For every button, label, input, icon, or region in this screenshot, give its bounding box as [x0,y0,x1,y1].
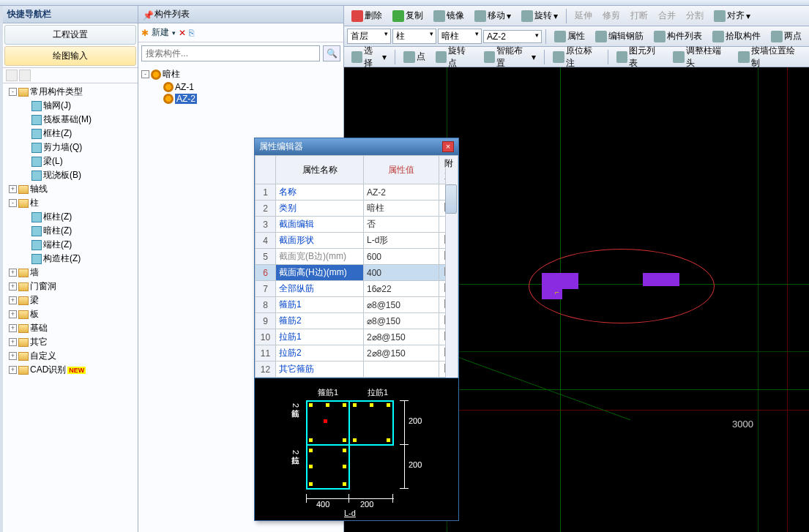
prop-row[interactable]: 1名称AZ-2 [256,184,458,201]
adj-head-button[interactable]: 调整柱端头 [668,43,732,71]
edit-rebar-button[interactable]: 编辑钢筋 [591,29,648,44]
expand-icon[interactable]: + [9,185,17,193]
nav-mini-1[interactable] [6,70,18,81]
split-button[interactable]: 分割 [682,8,708,23]
search-input[interactable] [141,45,320,61]
nav-folder[interactable]: +其它 [3,335,138,349]
nav-folder[interactable]: +梁 [3,293,138,307]
break-button[interactable]: 打断 [626,8,652,23]
prop-row[interactable]: 11拉筋22⌀8@150 [256,345,458,361]
select-button[interactable]: 选择▾ [347,43,391,71]
nav-folder[interactable]: +板 [3,307,138,321]
draw-input-button[interactable]: 绘图输入 [4,46,136,66]
nav-folder[interactable]: +CAD识别NEW [3,363,138,377]
comp-item[interactable]: AZ-1 [141,81,340,93]
orig-note-button[interactable]: 原位标注 [548,43,604,71]
code-dropdown[interactable]: AZ-2 [483,30,542,43]
prop-row[interactable]: 8箍筋1⌀8@150 [256,297,458,313]
nav-folder[interactable]: +墙 [3,266,138,280]
merge-button[interactable]: 合并 [654,8,680,23]
prop-value[interactable]: 400 [364,265,439,281]
prop-value[interactable] [364,361,439,378]
nav-item[interactable]: 框柱(Z) [3,210,138,224]
delete-button[interactable]: 删除 [347,8,387,23]
prop-value[interactable]: L-d形 [364,233,439,249]
move-button[interactable]: 移动▾ [470,8,515,23]
trim-button[interactable]: 修剪 [598,8,625,23]
prop-row[interactable]: 7全部纵筋16⌀22 [256,281,458,297]
rotate-pt-button[interactable]: 旋转点 [431,43,478,71]
prop-row[interactable]: 9箍筋2⌀8@150 [256,313,458,329]
pick-button[interactable]: 拾取构件 [708,29,765,44]
prop-value[interactable]: 2⌀8@150 [364,329,439,345]
nav-item[interactable]: 现浇板(B) [3,168,138,182]
prop-row[interactable]: 12其它箍筋 [256,361,458,378]
prop-scroll-thumb[interactable] [445,184,457,214]
prop-value[interactable]: AZ-2 [364,184,439,201]
by-wall-button[interactable]: 按墙位置绘制 [734,43,806,71]
prop-row[interactable]: 3截面编辑否 [256,217,458,233]
prop-row[interactable]: 4截面形状L-d形 [256,233,458,249]
comp-root[interactable]: - 暗柱 [141,67,340,81]
prop-row[interactable]: 5截面宽(B边)(mm)600 [256,249,458,265]
expand-icon[interactable]: + [9,352,17,360]
expand-icon[interactable]: + [9,324,17,332]
props-button[interactable]: 属性 [550,29,589,44]
proj-settings-button[interactable]: 工程设置 [4,25,136,45]
comp-list-button[interactable]: 构件列表 [649,29,707,44]
expand-icon[interactable]: + [9,310,17,318]
nav-folder[interactable]: +基础 [3,321,138,335]
copy-button[interactable]: 复制 [388,8,428,23]
nav-item[interactable]: 梁(L) [3,154,138,168]
nav-folder[interactable]: +自定义 [3,349,138,363]
floor-dropdown[interactable]: 首层 [347,29,391,44]
new-button[interactable]: 新建 [152,26,176,39]
extend-button[interactable]: 延伸 [570,8,597,23]
expand-icon[interactable]: + [9,366,17,374]
expand-icon[interactable]: + [9,269,17,277]
subtype-dropdown[interactable]: 暗柱 [438,29,482,44]
search-button[interactable]: 🔍 [323,45,340,61]
prop-value[interactable]: 600 [364,249,439,265]
expand-icon[interactable]: - [141,70,149,78]
prop-row[interactable]: 10拉筋12⌀8@150 [256,329,458,345]
prop-row[interactable]: 6截面高(H边)(mm)400 [256,265,458,281]
nav-mini-2[interactable] [19,70,31,81]
nav-folder[interactable]: -常用构件类型 [3,85,138,99]
expand-icon[interactable]: - [9,199,17,207]
nav-folder[interactable]: -柱 [3,196,138,210]
elem-list-button[interactable]: 图元列表 [612,43,668,71]
prop-scrollbar[interactable] [445,168,458,378]
nav-item[interactable]: 筏板基础(M) [3,113,138,127]
col-dropdown[interactable]: 柱 [392,29,436,44]
expand-icon[interactable]: + [9,282,17,291]
pin-icon[interactable]: 📌 [143,10,152,19]
delete-component-icon[interactable]: ✕ [179,28,186,38]
prop-value[interactable]: 否 [364,217,439,233]
nav-item[interactable]: 框柱(Z) [3,127,138,141]
nav-item[interactable]: 轴网(J) [3,99,138,113]
prop-value[interactable]: 2⌀8@150 [364,345,439,361]
nav-folder[interactable]: +门窗洞 [3,280,138,293]
align-button[interactable]: 对齐▾ [709,8,755,23]
prop-value[interactable]: ⌀8@150 [364,313,439,329]
expand-icon[interactable]: - [9,88,17,96]
nav-item[interactable]: 构造柱(Z) [3,252,138,266]
nav-item[interactable]: 端柱(Z) [3,238,138,252]
mirror-button[interactable]: 镜像 [429,8,469,23]
expand-icon[interactable]: + [9,296,17,304]
expand-icon[interactable]: + [9,338,17,346]
copy-component-icon[interactable]: ⎘ [189,28,194,38]
smart-button[interactable]: 智能布置▾ [480,43,540,71]
pt-button[interactable]: 点 [399,49,430,64]
two-pt-button[interactable]: 两点 [767,29,806,44]
comp-item[interactable]: AZ-2 [141,93,340,105]
nav-item[interactable]: 剪力墙(Q) [3,141,138,154]
rotate-button[interactable]: 旋转▾ [517,8,562,23]
prop-value[interactable]: 16⌀22 [364,281,439,297]
nav-item[interactable]: 暗柱(Z) [3,224,138,238]
prop-value[interactable]: ⌀8@150 [364,297,439,313]
close-button[interactable]: × [442,141,454,152]
property-titlebar[interactable]: 属性编辑器 × [255,138,458,155]
nav-folder[interactable]: +轴线 [3,182,138,196]
